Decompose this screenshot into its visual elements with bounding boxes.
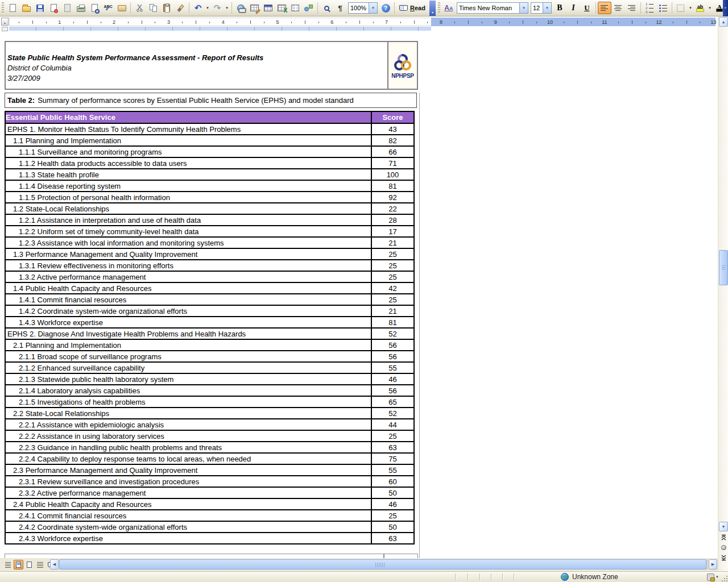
- ruler-tick: [632, 20, 632, 24]
- toolbar-separator: [317, 2, 318, 14]
- scroll-up-arrow-icon[interactable]: ▲: [719, 17, 728, 27]
- zone-label: Unknown Zone: [572, 573, 618, 581]
- read-button[interactable]: Read: [396, 2, 428, 14]
- font-size-combo[interactable]: 12▼: [531, 2, 552, 14]
- help-icon[interactable]: ?: [379, 2, 392, 14]
- tables-borders-icon[interactable]: [247, 2, 261, 14]
- font-combo[interactable]: Times New Roman▼: [457, 2, 528, 14]
- font-combo-dropdown-icon[interactable]: ▼: [519, 3, 528, 13]
- redo-icon-group: ↷▼: [210, 2, 230, 14]
- cut-icon[interactable]: [133, 2, 146, 14]
- outline-view-icon: [37, 562, 43, 568]
- underline-button[interactable]: U: [580, 2, 594, 14]
- column-header-score: Score: [371, 111, 414, 123]
- report-subtitle: District of Columbia: [7, 64, 387, 72]
- highlight-icon[interactable]: ab: [693, 2, 707, 14]
- previous-page-button[interactable]: [719, 533, 728, 542]
- next-page-button[interactable]: [719, 553, 728, 562]
- styles-icon[interactable]: AA: [442, 2, 456, 14]
- format-painter-icon[interactable]: [173, 2, 187, 14]
- service-cell: 2.1.3 Statewide public health laboratory…: [5, 373, 371, 385]
- ruler-tick: [536, 22, 537, 23]
- font-combo-value: Times New Roman: [457, 5, 519, 11]
- normal-view-button[interactable]: [3, 560, 13, 569]
- text-boundary-line: [419, 93, 420, 558]
- table-caption-text: Summary of performance scores by Essenti…: [38, 96, 354, 105]
- save-icon[interactable]: [33, 2, 47, 14]
- service-cell: 2.1.4 Laboratory analysis capabilities: [5, 385, 371, 396]
- tab-selector-secondary[interactable]: [2, 27, 8, 31]
- table-row: EPHS 2. Diagnose And Investigate Health …: [5, 328, 414, 339]
- scroll-left-arrow-icon[interactable]: ◀: [50, 559, 59, 569]
- document-map-icon[interactable]: [320, 2, 333, 14]
- ruler-number: 11: [602, 19, 607, 25]
- align-right-button[interactable]: [625, 2, 639, 14]
- ruler-number: 5: [276, 19, 279, 25]
- window-resize-grip[interactable]: [719, 573, 727, 581]
- toolbar-options-chevron-icon[interactable]: ▾: [429, 1, 436, 16]
- score-cell: 63: [371, 442, 414, 453]
- font-size-combo-dropdown-icon[interactable]: ▼: [543, 3, 551, 13]
- select-browse-object-button[interactable]: [719, 543, 728, 552]
- print-preview-icon[interactable]: [88, 2, 101, 14]
- tab-stop-selector[interactable]: ⌞: [1, 18, 9, 26]
- security-zone-indicator[interactable]: Unknown Zone: [561, 572, 618, 581]
- border-icon-dropdown[interactable]: ▼: [688, 2, 693, 14]
- columns-icon[interactable]: [288, 2, 302, 14]
- report-header-table: State Public Health System Performance A…: [5, 41, 418, 90]
- vertical-scrollbar-thumb[interactable]: [719, 250, 728, 285]
- bold-button[interactable]: B: [553, 2, 566, 14]
- copy-icon[interactable]: [146, 2, 160, 14]
- score-cell: 50: [371, 521, 414, 533]
- toolbar-overflow-chevron-icon[interactable]: »: [723, 0, 728, 16]
- show-hide-icon[interactable]: ¶: [333, 2, 347, 14]
- numbering-icon[interactable]: 123: [643, 2, 656, 14]
- new-document-icon[interactable]: [6, 2, 19, 14]
- undo-icon[interactable]: ↶: [191, 2, 205, 14]
- spelling-icon[interactable]: ABC✓: [101, 2, 115, 14]
- print-layout-view-button[interactable]: [24, 560, 34, 569]
- spelling-status-icon: [707, 573, 714, 581]
- redo-icon[interactable]: ↷: [210, 2, 224, 14]
- open-icon[interactable]: [19, 2, 33, 14]
- align-left-button[interactable]: [598, 2, 611, 14]
- redo-icon-dropdown[interactable]: ▼: [224, 2, 230, 14]
- highlight-icon-dropdown[interactable]: ▼: [707, 2, 713, 14]
- service-cell: 2.2.1 Assistance with epidemiologic anal…: [5, 419, 371, 430]
- service-cell: 1.1.4 Disease reporting system: [5, 180, 371, 192]
- insert-table-icon[interactable]: [261, 2, 275, 14]
- table-row: 2.3.2 Active performance management50: [5, 487, 414, 498]
- document-page[interactable]: State Public Health System Performance A…: [0, 32, 718, 558]
- bullets-icon[interactable]: [656, 2, 670, 14]
- italic-button[interactable]: I: [566, 2, 580, 14]
- drawing-icon[interactable]: [302, 2, 316, 14]
- spelling-status-indicator[interactable]: ▼: [707, 572, 719, 581]
- table-row: 2.1.3 Statewide public health laboratory…: [5, 373, 414, 385]
- email-icon[interactable]: [60, 2, 74, 14]
- permission-icon[interactable]: [47, 2, 60, 14]
- score-cell: 81: [371, 317, 414, 328]
- horizontal-scrollbar-track[interactable]: [59, 559, 708, 569]
- research-icon[interactable]: [115, 2, 129, 14]
- scroll-right-arrow-icon[interactable]: ▶: [709, 559, 717, 569]
- web-layout-view-button[interactable]: [14, 560, 23, 569]
- print-icon[interactable]: [74, 2, 88, 14]
- scroll-down-arrow-icon[interactable]: ▼: [719, 522, 728, 531]
- horizontal-ruler[interactable]: 12345678910111213: [9, 18, 715, 26]
- align-center-button[interactable]: [611, 2, 625, 14]
- undo-icon-dropdown[interactable]: ▼: [205, 2, 210, 14]
- toolbar-drag-handle[interactable]: [438, 2, 440, 14]
- vertical-scrollbar[interactable]: ▲ ▼: [718, 16, 728, 571]
- ruler-tick: [346, 22, 346, 23]
- paste-icon[interactable]: [160, 2, 173, 14]
- table-row: 1.2.3 Assistance with local information …: [5, 237, 414, 248]
- service-cell: 1.2.3 Assistance with local information …: [5, 237, 371, 248]
- zoom-combo[interactable]: 100%▼: [348, 2, 378, 14]
- horizontal-scrollbar-thumb[interactable]: [59, 559, 706, 569]
- outline-view-button[interactable]: [35, 560, 45, 569]
- insert-excel-icon[interactable]: X: [275, 2, 288, 14]
- border-icon[interactable]: [674, 2, 688, 14]
- zoom-combo-dropdown-icon[interactable]: ▼: [369, 3, 377, 13]
- toolbar-drag-handle[interactable]: [2, 2, 4, 14]
- hyperlink-icon[interactable]: [234, 2, 247, 14]
